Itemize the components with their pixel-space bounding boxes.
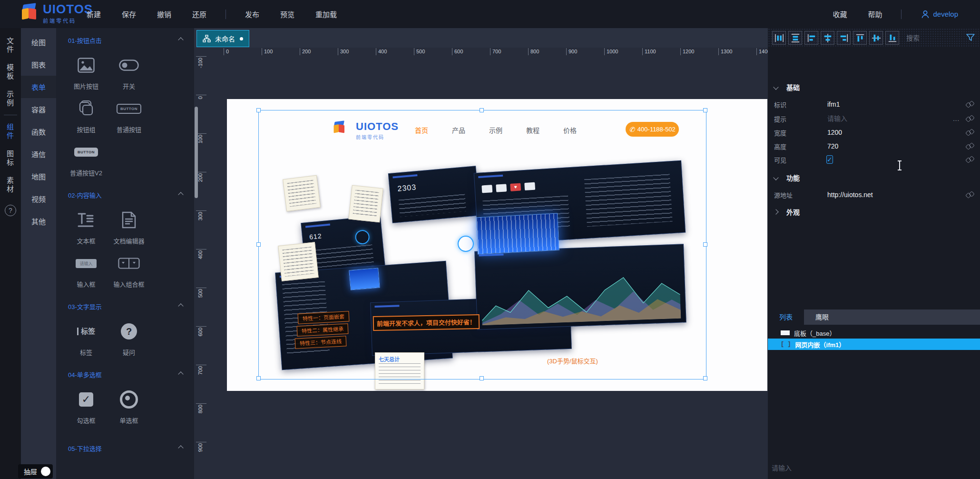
- link-icon[interactable]: [966, 101, 974, 108]
- tab-list[interactable]: 列表: [768, 309, 804, 325]
- drawer-knob[interactable]: [41, 467, 50, 476]
- question-circle-icon[interactable]: ?: [5, 205, 16, 216]
- nav-files[interactable]: 文件: [0, 32, 21, 59]
- selection-handle-n[interactable]: [480, 108, 484, 112]
- collapse-icon: [178, 303, 183, 309]
- category-forms[interactable]: 表单: [21, 76, 56, 98]
- filter-icon[interactable]: [966, 33, 975, 44]
- ruler-label: 800: [197, 405, 203, 413]
- category-functions[interactable]: 函数: [21, 120, 56, 143]
- section-function[interactable]: 功能: [774, 173, 800, 182]
- height-field[interactable]: [826, 142, 966, 150]
- section-header-buttons[interactable]: 01-按钮点击: [56, 33, 194, 47]
- canvas-tab[interactable]: 未命名: [196, 30, 249, 47]
- section-appearance[interactable]: 外观: [774, 207, 800, 217]
- selection-handle-s[interactable]: [480, 376, 484, 380]
- section-header-text[interactable]: 03-文字显示: [56, 299, 194, 313]
- component-textbox[interactable]: 文本框: [66, 210, 106, 245]
- category-communication[interactable]: 通信: [21, 143, 56, 165]
- ruler-label: 300: [338, 48, 376, 55]
- category-video[interactable]: 视频: [21, 188, 56, 210]
- nav-templates[interactable]: 模板: [0, 59, 21, 85]
- drawer-toggle[interactable]: 抽屉: [18, 464, 53, 479]
- question-icon: ?: [121, 323, 137, 339]
- component-input-box[interactable]: 请输入 输入框: [66, 253, 106, 289]
- visible-checkbox[interactable]: [826, 155, 833, 164]
- selection-handle-nw[interactable]: [256, 108, 261, 112]
- more-button[interactable]: ...: [953, 115, 960, 122]
- align-center-horizontal-icon[interactable]: [821, 31, 834, 45]
- help-button[interactable]: 帮助: [868, 9, 882, 19]
- selection-handle-ne[interactable]: [703, 108, 707, 112]
- component-checkbox[interactable]: ✓ 勾选框: [66, 389, 106, 425]
- section-header-checkbox[interactable]: 04-单多选框: [56, 367, 194, 381]
- selection-handle-sw[interactable]: [256, 376, 261, 380]
- ruler-label: 400: [197, 250, 203, 259]
- section-header-input[interactable]: 02-内容输入: [56, 188, 194, 202]
- category-maps[interactable]: 地图: [21, 165, 56, 188]
- category-draw[interactable]: 绘图: [21, 31, 56, 53]
- link-icon[interactable]: [966, 191, 974, 198]
- link-icon[interactable]: [966, 156, 974, 163]
- component-label: 图片按钮: [66, 81, 106, 90]
- selection-handle-w[interactable]: [256, 242, 261, 247]
- prop-label: 宽度: [774, 128, 826, 137]
- distribute-vertical-icon[interactable]: [788, 31, 802, 45]
- nav-materials[interactable]: 素材: [0, 171, 21, 198]
- section-basic[interactable]: 基础: [774, 82, 800, 92]
- menu-preview[interactable]: 预览: [280, 9, 294, 19]
- selection-handle-se[interactable]: [703, 376, 707, 380]
- favorite-button[interactable]: 收藏: [833, 9, 847, 19]
- component-tag[interactable]: 标签 标签: [66, 321, 106, 357]
- scrollbar-thumb[interactable]: [195, 107, 198, 198]
- layer-row-base[interactable]: 底板（_base）: [768, 327, 980, 339]
- menu-reload[interactable]: 重加载: [315, 9, 337, 19]
- component-switch[interactable]: 开关: [109, 55, 149, 90]
- selection-handle-e[interactable]: [703, 242, 707, 247]
- component-button-group[interactable]: 按钮组: [66, 98, 106, 134]
- inspector-search-input[interactable]: [905, 34, 960, 42]
- tab-eagle-eye[interactable]: 鹰眼: [804, 309, 840, 325]
- align-middle-icon[interactable]: [869, 31, 883, 45]
- section-header-dropdown[interactable]: 05-下拉选择: [56, 441, 194, 455]
- category-charts[interactable]: 图表: [21, 53, 56, 76]
- link-icon[interactable]: [966, 129, 974, 136]
- menu-undo[interactable]: 撤销: [157, 9, 171, 19]
- layers-input[interactable]: [771, 464, 915, 472]
- link-icon[interactable]: [966, 115, 974, 122]
- collapse-icon: [178, 371, 183, 377]
- component-radio[interactable]: 单选框: [109, 389, 149, 425]
- component-question[interactable]: ? 疑问: [109, 321, 149, 357]
- component-input-combo[interactable]: 输入组合框: [109, 253, 149, 289]
- nav-examples[interactable]: 示例: [0, 85, 21, 112]
- distribute-horizontal-icon[interactable]: [772, 31, 786, 45]
- nav-components[interactable]: 组件: [0, 118, 21, 145]
- category-other[interactable]: 其他: [21, 210, 56, 232]
- link-icon[interactable]: [966, 143, 974, 150]
- menu-publish[interactable]: 发布: [245, 9, 259, 19]
- component-plain-button-v2[interactable]: BUTTON 普通按钮V2: [66, 141, 106, 177]
- component-plain-button[interactable]: BUTTON 普通按钮: [109, 98, 149, 134]
- width-field[interactable]: [826, 128, 966, 137]
- layer-row-iframe[interactable]: [ ] 网页内嵌（ifm1）: [768, 339, 980, 350]
- menu-save[interactable]: 保存: [122, 9, 136, 19]
- align-bottom-icon[interactable]: [885, 31, 899, 45]
- ruler-label: 1100: [642, 48, 680, 55]
- menu-new[interactable]: 新建: [87, 9, 101, 19]
- category-containers[interactable]: 容器: [21, 98, 56, 120]
- source-url-field[interactable]: [826, 190, 966, 199]
- align-top-icon[interactable]: [853, 31, 867, 45]
- component-label: 标签: [66, 348, 106, 357]
- user-menu[interactable]: develop: [921, 10, 958, 19]
- text-cursor: [899, 161, 900, 170]
- menu-redo[interactable]: 还原: [192, 9, 206, 19]
- align-right-icon[interactable]: [837, 31, 851, 45]
- ruler-tick: 500: [196, 288, 206, 326]
- component-image-button[interactable]: 图片按钮: [66, 55, 106, 90]
- id-field[interactable]: [826, 100, 966, 109]
- nav-icons[interactable]: 图标: [0, 145, 21, 171]
- component-doc-editor[interactable]: 文档编辑器: [109, 210, 149, 245]
- align-left-icon[interactable]: [804, 31, 818, 45]
- tip-field[interactable]: [826, 114, 953, 123]
- section-title: 05-下拉选择: [68, 444, 102, 453]
